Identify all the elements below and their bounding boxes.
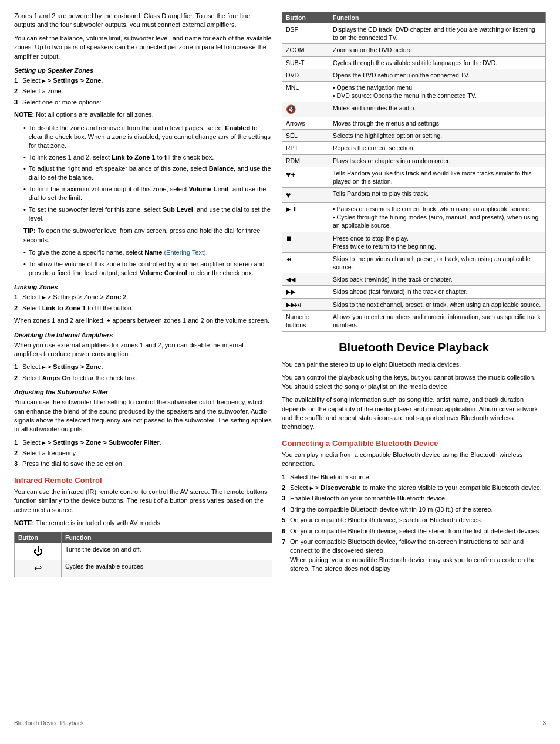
table-row: 🔇 Mutes and unmutes the audio.: [282, 102, 546, 117]
dis-step-1: 1 Select ▶ > Settings > Zone.: [14, 363, 272, 371]
func-dvd: Opens the DVD setup menu on the connecte…: [329, 69, 546, 81]
table-row: RDM Plays tracks or chapters in a random…: [282, 154, 546, 167]
table-row: Numeric buttons Allows you to enter numb…: [282, 310, 546, 331]
btn-rewind: ◀◀: [282, 273, 329, 286]
btn-ff: ▶▶: [282, 286, 329, 298]
btn-rpt: RPT: [282, 142, 329, 154]
connecting-title: Connecting a Compatible Bluetooth Device: [282, 439, 546, 448]
btn-mute: 🔇: [282, 102, 329, 117]
footer-right: 3: [542, 720, 546, 726]
con-step-5: 5 On your compatible Bluetooth device, s…: [282, 516, 546, 525]
main-func-table: Button Function DSP Displays the CD trac…: [282, 12, 546, 332]
subwoofer-steps: 1 Select ▶ > Settings > Zone > Subwoofer…: [14, 438, 272, 469]
ir-table-header-button: Button: [15, 532, 62, 543]
lz-note: When zones 1 and 2 are linked, + appears…: [14, 316, 272, 325]
left-column: Zones 1 and 2 are powered by the on-boar…: [14, 12, 272, 706]
step-3: 3 Select one or more options:: [14, 98, 272, 107]
con-step-3: 3 Enable Bluetooth on your compatible Bl…: [282, 494, 546, 503]
two-column-layout: Zones 1 and 2 are powered by the on-boar…: [14, 12, 546, 706]
btn-dvd: DVD: [282, 69, 329, 81]
lz-step-1: 1 Select ▶ > Settings > Zone > Zone 2.: [14, 293, 272, 302]
bullet-2: To link zones 1 and 2, select Link to Zo…: [23, 153, 272, 162]
func-dsp: Displays the CD track, DVD chapter, and …: [329, 23, 546, 44]
btn-playpause: ▶ ⏸: [282, 203, 329, 232]
table-row: ⏮ Skips to the previous channel, preset,…: [282, 252, 546, 273]
func-numeric: Allows you to enter numbers and numeric …: [329, 310, 546, 331]
func-sel: Selects the highlighted option or settin…: [329, 130, 546, 142]
func-mnu: • Opens the navigation menu. • DVD sourc…: [329, 81, 546, 102]
btn-arrows: Arrows: [282, 117, 329, 130]
zone-bullets-2: To give the zone a specific name, select…: [14, 248, 272, 278]
bt-p3: The availability of song information suc…: [282, 395, 546, 432]
ir-btn-cycle: ↩: [15, 560, 62, 577]
dis-step-2: 2 Select Amps On to clear the check box.: [14, 374, 272, 383]
ir-section-title: Infrared Remote Control: [14, 476, 272, 485]
ir-table-row: ↩ Cycles the available sources.: [15, 560, 272, 577]
page-footer: Bluetooth Device Playback 3: [14, 716, 546, 726]
func-next: Skips to the next channel, preset, or tr…: [329, 298, 546, 310]
table-row: ⏹ Press once to stop the play.Press twic…: [282, 232, 546, 252]
table-row: ZOOM Zooms in on the DVD picture.: [282, 44, 546, 56]
bullet-3: To adjust the right and left speaker bal…: [23, 164, 272, 182]
disabling-steps: 1 Select ▶ > Settings > Zone. 2 Select A…: [14, 363, 272, 383]
speaker-zones-steps: 1 Select ▶ > Settings > Zone. 2 Select a…: [14, 76, 272, 107]
func-arrows: Moves through the menus and settings.: [329, 117, 546, 130]
func-thumbsdown: Tells Pandora not to play this track.: [329, 188, 546, 203]
lz-step-2: 2 Select Link to Zone 1 to fill the butt…: [14, 304, 272, 313]
con-step-2: 2 Select ▶ > Discoverable to make the st…: [282, 483, 546, 492]
table-row: ♥+ Tells Pandora you like this track and…: [282, 167, 546, 187]
bullet-5: To set the subwoofer level for this zone…: [23, 205, 272, 224]
btn-stop: ⏹: [282, 232, 329, 252]
func-ff: Skips ahead (fast forward) in the track …: [329, 286, 546, 298]
connecting-steps: 1 Select the Bluetooth source. 2 Select …: [282, 473, 546, 574]
step3-note: NOTE: Not all options are available for …: [14, 110, 272, 119]
linking-zones-steps: 1 Select ▶ > Settings > Zone > Zone 2. 2…: [14, 293, 272, 313]
speaker-zones-heading: Setting up Speaker Zones: [14, 67, 272, 74]
bullet-7: To allow the volume of this zone to be c…: [23, 260, 272, 278]
bt-p2: You can control the playback using the k…: [282, 373, 546, 391]
ir-table-row: ⏻ Turns the device on and off.: [15, 543, 272, 560]
bullet-6: To give the zone a specific name, select…: [23, 248, 272, 257]
table-row: SEL Selects the highlighted option or se…: [282, 130, 546, 142]
btn-thumbsdown: ♥−: [282, 188, 329, 203]
func-thumbsup: Tells Pandora you like this track and wo…: [329, 167, 546, 187]
con-step-7: 7 On your compatible Bluetooth device, f…: [282, 537, 546, 574]
con-step-4: 4 Bring the compatible Bluetooth device …: [282, 505, 546, 514]
page: Zones 1 and 2 are powered by the on-boar…: [0, 0, 560, 744]
linking-zones-heading: Linking Zones: [14, 283, 272, 290]
bluetooth-section-title: Bluetooth Device Playback: [282, 341, 546, 354]
main-table-header-function: Function: [329, 12, 546, 23]
btn-subt: SUB-T: [282, 56, 329, 69]
btn-mnu: MNU: [282, 81, 329, 102]
subwoofer-p: You can use the subwoofer filter setting…: [14, 398, 272, 434]
intro-p1: Zones 1 and 2 are powered by the on-boar…: [14, 12, 272, 30]
table-row: SUB-T Cycles through the available subti…: [282, 56, 546, 69]
zone-bullets: To disable the zone and remove it from t…: [14, 124, 272, 224]
ir-note: NOTE: The remote is included only with A…: [14, 519, 272, 527]
func-rewind: Skips back (rewinds) in the track or cha…: [329, 273, 546, 286]
sub-step-1: 1 Select ▶ > Settings > Zone > Subwoofer…: [14, 438, 272, 447]
table-row: MNU • Opens the navigation menu. • DVD s…: [282, 81, 546, 102]
ir-btn-power: ⏻: [15, 543, 62, 560]
ir-table: Button Function ⏻ Turns the device on an…: [14, 532, 272, 577]
btn-rdm: RDM: [282, 154, 329, 167]
disabling-p: When you use external amplifiers for zon…: [14, 341, 272, 359]
table-row: ◀◀ Skips back (rewinds) in the track or …: [282, 273, 546, 286]
con-p: You can play media from a compatible Blu…: [282, 451, 546, 469]
func-mute: Mutes and unmutes the audio.: [329, 102, 546, 117]
sub-step-3: 3 Press the dial to save the selection.: [14, 459, 272, 468]
table-row: Arrows Moves through the menus and setti…: [282, 117, 546, 130]
func-subt: Cycles through the available subtitle la…: [329, 56, 546, 69]
btn-prev: ⏮: [282, 252, 329, 273]
disabling-heading: Disabling the Internal Amplifiers: [14, 332, 272, 339]
ir-table-header-function: Function: [62, 532, 272, 543]
bt-p1: You can pair the stereo to up to eight B…: [282, 360, 546, 369]
btn-zoom: ZOOM: [282, 44, 329, 56]
func-zoom: Zooms in on the DVD picture.: [329, 44, 546, 56]
ir-p: You can use the infrared (IR) remote con…: [14, 488, 272, 515]
ir-func-power: Turns the device on and off.: [62, 543, 272, 560]
table-row: ▶▶ Skips ahead (fast forward) in the tra…: [282, 286, 546, 298]
intro-p2: You can set the balance, volume limit, s…: [14, 34, 272, 61]
tip-note: TIP: To open the subwoofer level from an…: [14, 226, 272, 245]
footer-left: Bluetooth Device Playback: [14, 720, 84, 726]
